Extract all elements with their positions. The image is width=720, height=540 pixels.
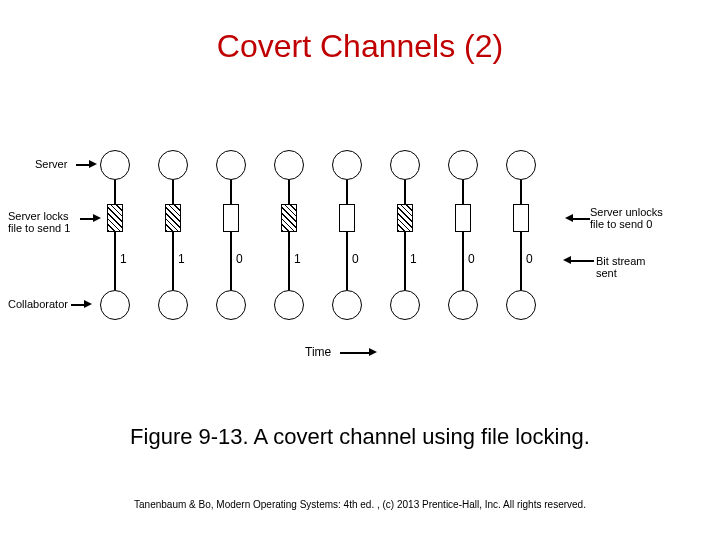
page-title: Covert Channels (2) [0, 0, 720, 65]
collaborator-circle [216, 290, 246, 320]
server-label: Server [35, 158, 67, 170]
arrow-locks [80, 218, 94, 220]
time-arrow-head [369, 348, 377, 356]
collaborator-circle [390, 290, 420, 320]
arrow-bitstream-head [563, 256, 571, 264]
unlocked-rect [455, 204, 471, 232]
server-unlocks-label: Server unlocks file to send 0 [590, 206, 663, 230]
server-circle [216, 150, 246, 180]
locked-rect [165, 204, 181, 232]
collaborator-circle [448, 290, 478, 320]
collaborator-label: Collaborator [8, 298, 68, 310]
time-arrow [340, 352, 370, 354]
server-circle [274, 150, 304, 180]
server-circle [158, 150, 188, 180]
server-circle [448, 150, 478, 180]
collaborator-circle [274, 290, 304, 320]
collaborator-circle [100, 290, 130, 320]
collaborator-circle [332, 290, 362, 320]
connector-line [462, 180, 464, 204]
connector-line [462, 232, 464, 290]
bit-stream-label: Bit stream sent [596, 255, 660, 279]
copyright-text: Tanenbaum & Bo, Modern Operating Systems… [0, 499, 720, 510]
arrow-collab-head [84, 300, 92, 308]
bit-value: 1 [294, 252, 301, 266]
bit-value: 1 [120, 252, 127, 266]
arrow-bitstream [570, 260, 594, 262]
connector-line [520, 180, 522, 204]
connector-line [172, 232, 174, 290]
connector-line [288, 180, 290, 204]
locked-rect [397, 204, 413, 232]
connector-line [288, 232, 290, 290]
arrow-unlock [572, 218, 590, 220]
bit-value: 0 [352, 252, 359, 266]
collaborator-circle [158, 290, 188, 320]
bit-value: 1 [178, 252, 185, 266]
figure-caption: Figure 9-13. A covert channel using file… [0, 424, 720, 450]
connector-line [114, 232, 116, 290]
server-circle [390, 150, 420, 180]
server-circle [100, 150, 130, 180]
arrow-unlock-head [565, 214, 573, 222]
connector-line [114, 180, 116, 204]
server-circle [506, 150, 536, 180]
bit-value: 1 [410, 252, 417, 266]
connector-line [520, 232, 522, 290]
collaborator-circle [506, 290, 536, 320]
covert-channel-diagram: Server Server locks file to send 1 Colla… [60, 150, 660, 360]
arrow-server-head [89, 160, 97, 168]
bit-value: 0 [236, 252, 243, 266]
server-circle [332, 150, 362, 180]
unlocked-rect [513, 204, 529, 232]
bit-value: 0 [526, 252, 533, 266]
connector-line [346, 180, 348, 204]
connector-line [230, 232, 232, 290]
connector-line [230, 180, 232, 204]
connector-line [346, 232, 348, 290]
unlocked-rect [223, 204, 239, 232]
arrow-server [76, 164, 90, 166]
time-label: Time [305, 345, 331, 359]
arrow-collab [71, 304, 85, 306]
connector-line [172, 180, 174, 204]
unlocked-rect [339, 204, 355, 232]
locked-rect [107, 204, 123, 232]
locked-rect [281, 204, 297, 232]
connector-line [404, 232, 406, 290]
bit-value: 0 [468, 252, 475, 266]
arrow-locks-head [93, 214, 101, 222]
connector-line [404, 180, 406, 204]
server-locks-label: Server locks file to send 1 [8, 210, 70, 234]
